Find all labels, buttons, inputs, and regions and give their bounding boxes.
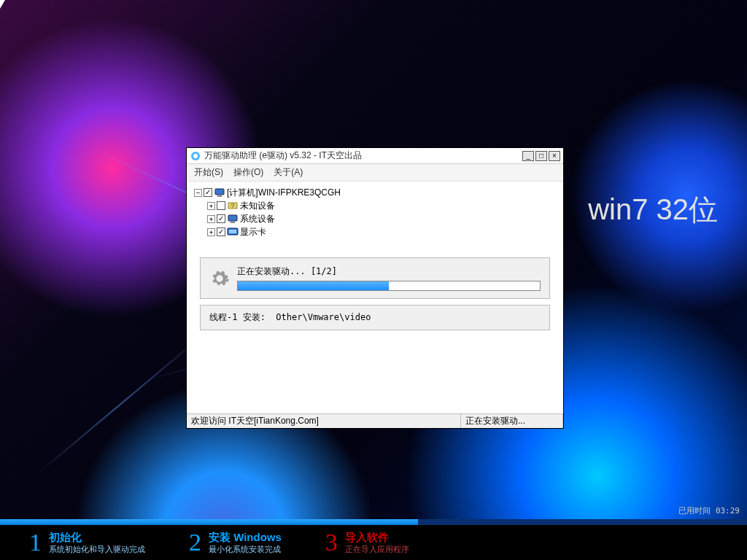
svg-rect-3 xyxy=(217,195,222,197)
step-subtitle: 系统初始化和导入驱动完成 xyxy=(49,544,145,554)
progress-label: 正在安装驱动... [1/2] xyxy=(237,265,541,278)
wallpaper-caption: win7 32位 xyxy=(588,190,718,230)
tree-label: [计算机]WIN-IFPKRE3QCGH xyxy=(227,187,341,199)
computer-icon xyxy=(214,187,225,198)
checkbox[interactable] xyxy=(217,214,225,223)
gear-icon xyxy=(209,268,230,289)
overall-progress-bar xyxy=(0,519,747,525)
step-title: 安装 Windows xyxy=(209,531,282,544)
svg-rect-6 xyxy=(228,215,237,221)
tree-label: 系统设备 xyxy=(240,213,275,225)
status-right: 正在安装驱动... xyxy=(461,414,563,428)
tree-node-display[interactable]: + 显示卡 xyxy=(193,225,557,238)
tree-node-system[interactable]: + 系统设备 xyxy=(193,212,557,225)
expand-toggle[interactable]: − xyxy=(194,189,202,197)
thread-status: 线程-1 安装: Other\Vmware\video xyxy=(200,305,550,330)
progress-fill xyxy=(238,281,389,290)
step-number: 2 xyxy=(189,529,201,556)
system-device-icon xyxy=(227,213,239,225)
step-subtitle: 正在导入应用程序 xyxy=(345,544,409,554)
minimize-button[interactable]: _ xyxy=(522,151,534,161)
svg-text:?: ? xyxy=(231,202,234,209)
step-subtitle: 最小化系统安装完成 xyxy=(209,544,282,554)
maximize-button[interactable]: □ xyxy=(535,151,547,161)
tree-node-unknown[interactable]: + ? 未知设备 xyxy=(193,199,557,212)
menu-about[interactable]: 关于(A) xyxy=(274,166,303,179)
tree-label: 显示卡 xyxy=(240,226,266,238)
svg-rect-9 xyxy=(229,230,236,233)
checkbox[interactable] xyxy=(217,228,225,236)
window-controls: _ □ × xyxy=(522,151,560,161)
svg-rect-2 xyxy=(215,189,224,195)
titlebar[interactable]: 万能驱动助理 (e驱动) v5.32 - IT天空出品 _ □ × xyxy=(187,148,563,164)
statusbar: 欢迎访问 IT天空[iTianKong.Com] 正在安装驱动... xyxy=(187,413,563,428)
step-number: 1 xyxy=(29,529,42,556)
device-tree: − [计算机]WIN-IFPKRE3QCGH + ? 未知设备 + 系统设备 xyxy=(187,182,563,243)
unknown-device-icon: ? xyxy=(227,200,239,211)
display-adapter-icon xyxy=(227,226,239,238)
progress-bar xyxy=(237,281,541,291)
app-icon xyxy=(190,150,201,162)
decor-ray xyxy=(36,333,204,475)
step-title: 导入软件 xyxy=(345,531,409,544)
expand-toggle[interactable]: + xyxy=(207,215,215,223)
checkbox[interactable] xyxy=(217,201,225,210)
menu-start[interactable]: 开始(S) xyxy=(194,166,223,179)
step-number: 3 xyxy=(325,529,338,556)
step-1: 1 初始化 系统初始化和导入驱动完成 xyxy=(29,529,145,556)
expand-toggle[interactable]: + xyxy=(207,202,215,210)
cursor-icon xyxy=(0,0,8,9)
svg-point-1 xyxy=(193,154,198,158)
status-left: 欢迎访问 IT天空[iTianKong.Com] xyxy=(187,414,461,428)
svg-rect-7 xyxy=(231,222,235,223)
menubar: 开始(S) 操作(O) 关于(A) xyxy=(187,164,563,182)
driver-assistant-window: 万能驱动助理 (e驱动) v5.32 - IT天空出品 _ □ × 开始(S) … xyxy=(186,147,564,429)
expand-toggle[interactable]: + xyxy=(207,228,215,236)
install-steps: 1 初始化 系统初始化和导入驱动完成 2 安装 Windows 最小化系统安装完… xyxy=(0,525,747,560)
progress-panel: 正在安装驱动... [1/2] xyxy=(200,257,550,299)
step-title: 初始化 xyxy=(49,531,145,544)
close-button[interactable]: × xyxy=(549,151,560,161)
step-3: 3 导入软件 正在导入应用程序 xyxy=(325,529,409,556)
menu-action[interactable]: 操作(O) xyxy=(233,166,263,179)
tree-label: 未知设备 xyxy=(240,200,275,212)
overall-progress-fill xyxy=(0,519,418,525)
elapsed-time: 已用时间 03:29 xyxy=(678,505,740,516)
window-title: 万能驱动助理 (e驱动) v5.32 - IT天空出品 xyxy=(204,149,522,162)
tree-root[interactable]: − [计算机]WIN-IFPKRE3QCGH xyxy=(193,186,557,199)
checkbox[interactable] xyxy=(204,188,212,197)
step-2: 2 安装 Windows 最小化系统安装完成 xyxy=(189,529,282,556)
